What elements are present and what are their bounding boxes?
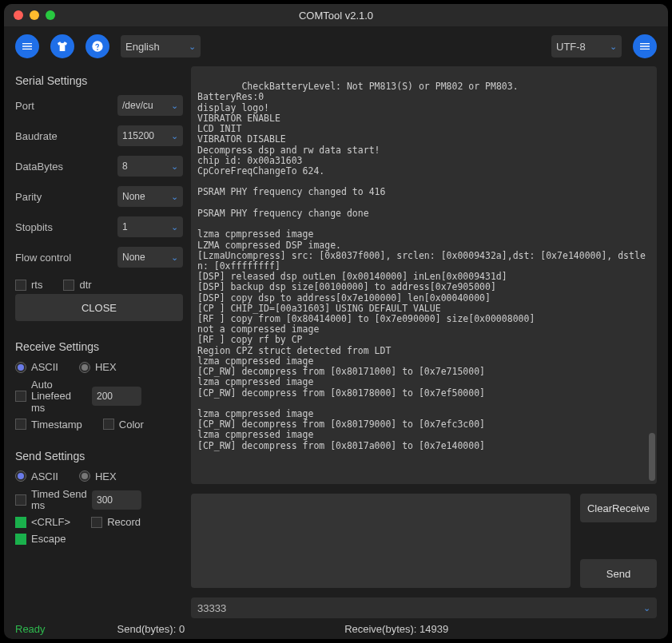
language-select-value: English — [125, 41, 160, 53]
stopbits-select[interactable]: 1 ⌄ — [117, 216, 183, 237]
encoding-select-value: UTF-8 — [556, 41, 586, 53]
databytes-value: 8 — [122, 161, 128, 172]
window-title: COMTool v2.1.0 — [299, 10, 373, 22]
timestamp-label: Timestamp — [31, 419, 82, 431]
auto-linefeed-checkbox[interactable] — [15, 391, 26, 402]
rts-checkbox[interactable] — [15, 280, 26, 291]
chevron-down-icon: ⌄ — [189, 42, 196, 52]
help-icon[interactable] — [85, 34, 109, 58]
flowcontrol-label: Flow control — [15, 252, 117, 264]
receive-hex-label: HEX — [95, 361, 117, 373]
baudrate-value: 115200 — [122, 130, 154, 141]
databytes-select[interactable]: 8 ⌄ — [117, 156, 183, 177]
titlebar: COMTool v2.1.0 — [4, 4, 668, 26]
send-hex-radio[interactable] — [79, 470, 90, 482]
rts-label: rts — [31, 279, 42, 291]
close-button[interactable]: CLOSE — [15, 294, 183, 321]
dtr-label: dtr — [79, 279, 91, 291]
timed-send-label: Timed Send ms — [31, 489, 87, 512]
stopbits-label: Stopbits — [15, 221, 117, 233]
send-textarea[interactable] — [191, 494, 571, 588]
flowcontrol-select[interactable]: None ⌄ — [117, 247, 183, 268]
toolbar: English ⌄ UTF-8 ⌄ — [4, 26, 668, 66]
serial-settings-title: Serial Settings — [15, 74, 183, 87]
color-label: Color — [119, 419, 144, 431]
status-send-bytes: Send(bytes): 0 — [117, 623, 185, 635]
parity-value: None — [122, 191, 145, 202]
traffic-lights — [4, 10, 55, 20]
chevron-down-icon: ⌄ — [171, 252, 178, 263]
status-receive-bytes: Receive(bytes): 14939 — [344, 623, 448, 635]
send-button[interactable]: Send — [580, 559, 657, 588]
baudrate-select[interactable]: 115200 ⌄ — [117, 125, 183, 146]
statusbar: Ready Send(bytes): 0 Receive(bytes): 149… — [4, 618, 668, 639]
record-checkbox[interactable] — [91, 517, 102, 528]
escape-label: Escape — [31, 533, 66, 545]
stopbits-value: 1 — [122, 221, 128, 232]
port-value: /dev/cu — [122, 100, 153, 111]
color-checkbox[interactable] — [103, 419, 114, 430]
sidebar: Serial Settings Port /dev/cu ⌄ Baudrate … — [15, 66, 183, 618]
send-ascii-label: ASCII — [31, 470, 58, 482]
port-select[interactable]: /dev/cu ⌄ — [117, 95, 183, 116]
chevron-down-icon: ⌄ — [643, 603, 650, 613]
language-select[interactable]: English ⌄ — [121, 35, 201, 58]
timestamp-checkbox[interactable] — [15, 419, 26, 430]
send-settings-title: Send Settings — [15, 450, 183, 462]
shirt-icon[interactable] — [50, 34, 74, 58]
chevron-down-icon: ⌄ — [171, 161, 178, 172]
record-label: Record — [107, 516, 141, 528]
dtr-checkbox[interactable] — [63, 280, 74, 291]
receive-ascii-radio[interactable] — [15, 362, 26, 373]
chevron-down-icon: ⌄ — [171, 101, 178, 111]
auto-linefeed-label: Auto Linefeed ms — [31, 379, 87, 414]
databytes-label: DataBytes — [15, 161, 117, 173]
console-text: CheckBatteryLevel: Not PM813(S) or PM802… — [197, 81, 646, 450]
crlf-checkbox[interactable] — [15, 517, 26, 528]
chevron-down-icon: ⌄ — [171, 192, 178, 202]
receive-settings-title: Receive Settings — [15, 340, 183, 353]
scrollbar-thumb[interactable] — [649, 433, 655, 481]
auto-linefeed-input[interactable] — [92, 387, 141, 406]
history-select[interactable]: 33333 ⌄ — [191, 597, 657, 618]
port-label: Port — [15, 100, 117, 112]
timed-send-checkbox[interactable] — [15, 494, 26, 506]
status-ready: Ready — [15, 623, 46, 635]
chevron-down-icon: ⌄ — [171, 222, 178, 232]
menu-icon[interactable] — [15, 34, 39, 58]
escape-checkbox[interactable] — [15, 534, 26, 545]
minimize-window-icon[interactable] — [30, 10, 39, 20]
baudrate-label: Baudrate — [15, 130, 117, 142]
maximize-window-icon[interactable] — [46, 10, 55, 20]
scrollbar[interactable] — [649, 66, 655, 484]
clear-receive-button[interactable]: ClearReceive — [580, 494, 657, 522]
right-menu-icon[interactable] — [633, 34, 657, 58]
close-window-icon[interactable] — [14, 10, 23, 20]
app-window: COMTool v2.1.0 English ⌄ UTF-8 ⌄ Serial … — [4, 4, 668, 639]
crlf-label: <CRLF> — [31, 516, 70, 528]
parity-label: Parity — [15, 191, 117, 203]
parity-select[interactable]: None ⌄ — [117, 186, 183, 207]
send-hex-label: HEX — [95, 470, 117, 482]
receive-hex-radio[interactable] — [79, 362, 90, 373]
receive-ascii-label: ASCII — [31, 361, 58, 373]
chevron-down-icon: ⌄ — [610, 42, 617, 52]
timed-send-input[interactable] — [92, 490, 141, 510]
receive-console[interactable]: CheckBatteryLevel: Not PM813(S) or PM802… — [191, 66, 657, 484]
encoding-select[interactable]: UTF-8 ⌄ — [551, 35, 622, 58]
flowcontrol-value: None — [122, 252, 145, 263]
history-value: 33333 — [197, 602, 226, 614]
main-panel: CheckBatteryLevel: Not PM813(S) or PM802… — [191, 66, 657, 618]
chevron-down-icon: ⌄ — [171, 131, 178, 141]
send-ascii-radio[interactable] — [15, 470, 26, 482]
